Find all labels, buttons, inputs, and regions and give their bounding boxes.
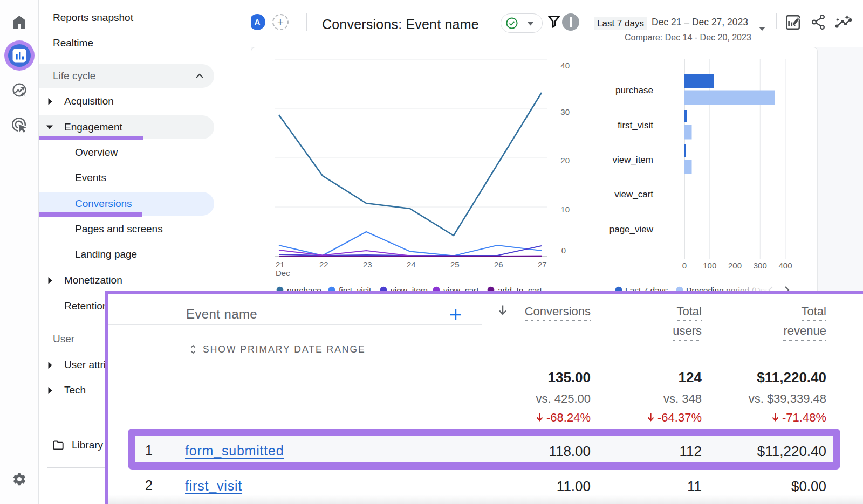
svg-text:20: 20 [560, 156, 570, 165]
svg-text:10: 10 [560, 205, 570, 214]
svg-text:21: 21 [276, 260, 285, 269]
svg-text:400: 400 [778, 261, 792, 270]
svg-text:40: 40 [560, 61, 570, 70]
svg-text:24: 24 [407, 260, 416, 269]
svg-text:200: 200 [728, 261, 742, 270]
svg-text:view_cart: view_cart [614, 189, 653, 199]
svg-text:23: 23 [363, 260, 372, 269]
svg-text:view_item: view_item [612, 155, 653, 165]
svg-text:30: 30 [560, 107, 570, 116]
svg-text:22: 22 [319, 260, 328, 269]
svg-text:page_view: page_view [609, 224, 654, 234]
svg-text:300: 300 [754, 261, 767, 270]
svg-text:Dec: Dec [276, 268, 290, 278]
svg-text:0: 0 [682, 261, 687, 270]
svg-text:first_visit: first_visit [618, 120, 653, 130]
svg-text:25: 25 [450, 260, 460, 269]
svg-text:27: 27 [538, 260, 547, 269]
svg-text:26: 26 [494, 260, 503, 269]
svg-text:100: 100 [703, 261, 716, 270]
svg-text:purchase: purchase [615, 85, 653, 95]
svg-text:0: 0 [561, 246, 566, 255]
